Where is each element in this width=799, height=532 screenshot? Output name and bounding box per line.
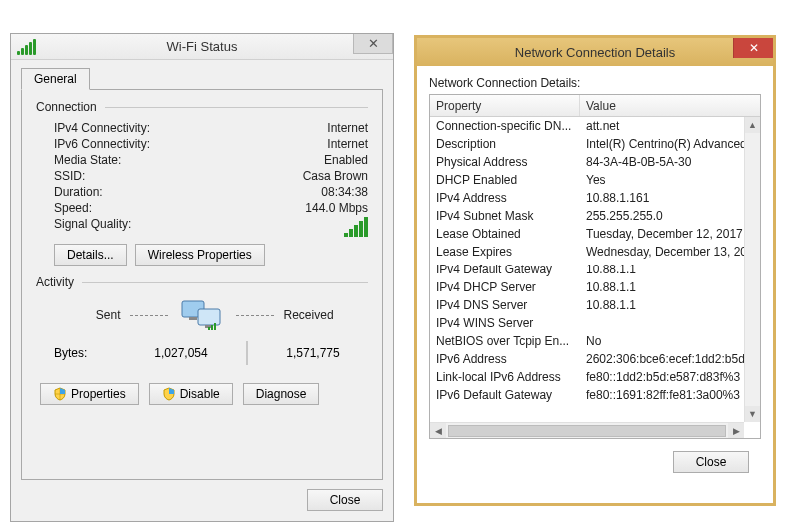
media-state-label: Media State:	[36, 153, 121, 167]
bytes-sent-value: 1,027,054	[126, 346, 236, 360]
ncd-row-property: Lease Obtained	[430, 227, 580, 241]
ncd-row-property: DHCP Enabled	[430, 173, 580, 187]
ssid-label: SSID:	[36, 169, 85, 183]
signal-quality-label: Signal Quality:	[36, 217, 131, 237]
ncd-row[interactable]: Connection-specific DN...att.net	[430, 117, 744, 135]
bytes-received-value: 1,571,775	[258, 346, 368, 360]
sent-label: Sent	[36, 308, 120, 322]
row-ipv4-connectivity: IPv4 Connectivity: Internet	[36, 120, 368, 136]
ncd-row[interactable]: NetBIOS over Tcpip En...No	[430, 332, 744, 350]
properties-button[interactable]: Properties	[40, 383, 139, 405]
ncd-row-value: 10.88.1.161	[580, 191, 744, 205]
ncd-row[interactable]: Lease ObtainedTuesday, December 12, 2017…	[430, 225, 744, 243]
ncd-row-property: IPv4 DHCP Server	[430, 280, 580, 294]
ncd-row[interactable]: DHCP EnabledYes	[430, 171, 744, 189]
duration-label: Duration:	[36, 185, 103, 199]
ncd-row-property: Description	[430, 137, 580, 151]
scroll-down-icon[interactable]: ▼	[745, 406, 760, 422]
ssid-value: Casa Brown	[303, 169, 368, 183]
ncd-titlebar[interactable]: Network Connection Details ✕	[417, 38, 773, 66]
shield-icon	[53, 387, 67, 401]
ncd-row[interactable]: Lease ExpiresWednesday, December 13, 201…	[430, 243, 744, 261]
ncd-close-button[interactable]: Close	[673, 451, 749, 473]
ncd-row-value: att.net	[580, 119, 744, 133]
ncd-row[interactable]: Link-local IPv6 Addressfe80::1dd2:b5d:e5…	[430, 368, 744, 386]
ncd-col-value[interactable]: Value	[580, 99, 760, 113]
ncd-row[interactable]: IPv6 Default Gatewayfe80::1691:82ff:fe81…	[430, 386, 744, 404]
wifi-titlebar[interactable]: Wi-Fi Status ✕	[11, 34, 393, 60]
ncd-row-value: Intel(R) Centrino(R) Advanced-N 6205	[580, 137, 744, 151]
ncd-row-value: 2602:306:bce6:ecef:1dd2:b5d:e587:d	[580, 352, 744, 366]
row-ipv6-connectivity: IPv6 Connectivity: Internet	[36, 136, 368, 152]
shield-icon	[162, 387, 176, 401]
scroll-right-icon[interactable]: ▶	[728, 423, 744, 439]
ncd-row[interactable]: IPv6 Address2602:306:bce6:ecef:1dd2:b5d:…	[430, 350, 744, 368]
wifi-signal-icon	[17, 39, 36, 55]
scroll-up-icon[interactable]: ▲	[745, 117, 760, 133]
network-monitors-icon	[178, 295, 226, 335]
ncd-row-property: IPv4 DNS Server	[430, 298, 580, 312]
ipv4-connectivity-value: Internet	[327, 121, 368, 135]
ncd-row-value: fe80::1dd2:b5d:e587:d83f%3	[580, 370, 744, 384]
svg-rect-6	[214, 323, 216, 330]
ncd-vertical-scrollbar[interactable]: ▲ ▼	[744, 117, 760, 422]
wifi-body: General Connection IPv4 Connectivity: In…	[11, 60, 393, 490]
ncd-row-property: IPv4 Default Gateway	[430, 263, 580, 276]
ncd-row-property: IPv6 Default Gateway	[430, 388, 580, 402]
row-speed: Speed: 144.0 Mbps	[36, 200, 368, 216]
row-media-state: Media State: Enabled	[36, 152, 368, 168]
row-signal-quality: Signal Quality:	[36, 216, 368, 238]
ncd-body: Network Connection Details: Property Val…	[417, 66, 773, 483]
svg-rect-1	[198, 309, 220, 325]
ncd-row[interactable]: DescriptionIntel(R) Centrino(R) Advanced…	[430, 135, 744, 153]
speed-value: 144.0 Mbps	[305, 201, 368, 215]
scroll-thumb[interactable]	[448, 425, 726, 437]
wifi-close-button[interactable]: Close	[307, 489, 383, 511]
media-state-value: Enabled	[324, 153, 368, 167]
duration-value: 08:34:38	[321, 185, 368, 199]
svg-rect-5	[211, 325, 213, 330]
activity-bytes-row: Bytes: 1,027,054 1,571,775	[36, 341, 368, 365]
tab-general[interactable]: General	[21, 68, 90, 90]
ncd-row-value: fe80::1691:82ff:fe81:3a00%3	[580, 388, 744, 402]
ncd-row[interactable]: Physical Address84-3A-4B-0B-5A-30	[430, 153, 744, 171]
ncd-row-value: 10.88.1.1	[580, 298, 744, 312]
ncd-col-property[interactable]: Property	[430, 95, 580, 116]
bytes-label: Bytes:	[36, 346, 126, 360]
svg-rect-4	[208, 327, 210, 330]
ncd-horizontal-scrollbar[interactable]: ◀ ▶	[430, 422, 744, 438]
activity-diagram: Sent	[36, 295, 368, 335]
disable-button-label: Disable	[180, 387, 220, 401]
ncd-row-value: 84-3A-4B-0B-5A-30	[580, 155, 744, 169]
ncd-row[interactable]: IPv4 WINS Server	[430, 314, 744, 332]
ncd-row-property: IPv6 Address	[430, 352, 580, 366]
ncd-row[interactable]: IPv4 Default Gateway10.88.1.1	[430, 261, 744, 278]
ncd-row-value: Tuesday, December 12, 2017 4:55:25	[580, 227, 744, 241]
wifi-title: Wi-Fi Status	[11, 39, 393, 54]
ncd-row[interactable]: IPv4 DNS Server10.88.1.1	[430, 296, 744, 314]
ncd-row-property: IPv4 Subnet Mask	[430, 209, 580, 223]
ipv4-connectivity-label: IPv4 Connectivity:	[36, 121, 150, 135]
ncd-row[interactable]: IPv4 Subnet Mask255.255.255.0	[430, 207, 744, 225]
group-activity-label: Activity	[36, 275, 74, 289]
ncd-row-property: IPv4 WINS Server	[430, 316, 580, 330]
tab-panel-general: Connection IPv4 Connectivity: Internet I…	[21, 89, 383, 480]
group-connection-label: Connection	[36, 100, 97, 114]
disable-button[interactable]: Disable	[149, 383, 233, 405]
ncd-row[interactable]: IPv4 DHCP Server10.88.1.1	[430, 278, 744, 296]
ncd-row[interactable]: IPv4 Address10.88.1.161	[430, 189, 744, 207]
wifi-titlebar-close-button[interactable]: ✕	[353, 34, 393, 54]
ncd-grid: Property Value Connection-specific DN...…	[429, 94, 761, 439]
ncd-row-property: Link-local IPv6 Address	[430, 370, 580, 384]
group-connection-header: Connection	[36, 100, 368, 114]
signal-quality-icon	[344, 217, 368, 237]
wireless-properties-button[interactable]: Wireless Properties	[135, 244, 265, 266]
row-duration: Duration: 08:34:38	[36, 184, 368, 200]
ncd-grid-header: Property Value	[430, 95, 760, 117]
ncd-titlebar-close-button[interactable]: ✕	[733, 38, 773, 58]
ncd-row-property: Lease Expires	[430, 245, 580, 259]
scroll-left-icon[interactable]: ◀	[430, 423, 446, 439]
ipv6-connectivity-label: IPv6 Connectivity:	[36, 137, 150, 151]
details-button[interactable]: Details...	[54, 244, 127, 266]
diagnose-button[interactable]: Diagnose	[243, 383, 320, 405]
